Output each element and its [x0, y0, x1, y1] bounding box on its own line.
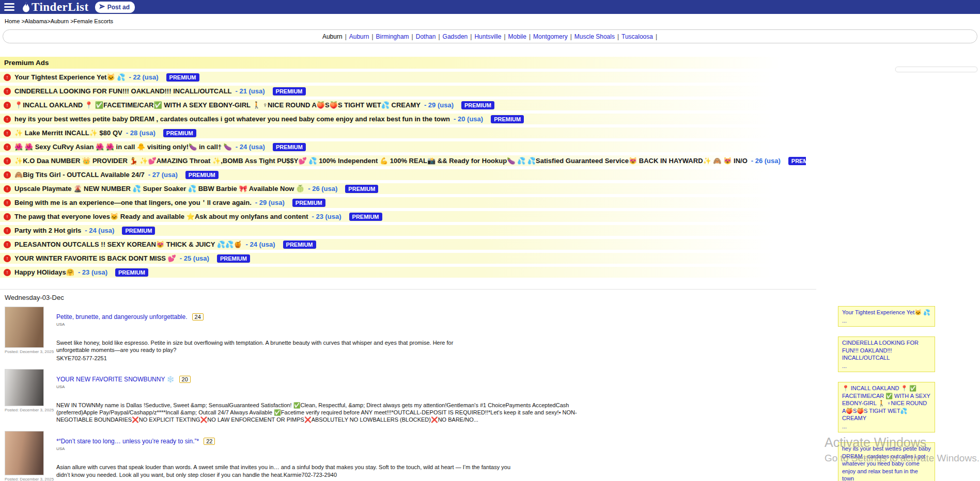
- sidebar-ad-more[interactable]: ...: [842, 362, 931, 370]
- sidebar-ad-title[interactable]: CINDERELLA LOOKING FOR FUN!!! OAKLAND!!!…: [842, 339, 931, 362]
- premium-ad-row[interactable]: ↑ Being with me is an experience—one tha…: [0, 197, 806, 208]
- premium-ad-meta: - 24 (usa): [85, 227, 114, 234]
- premium-ad-title[interactable]: YOUR WINTER FAVORITE IS BACK DONT MISS 💕: [14, 254, 176, 262]
- city-link-gadsden[interactable]: Gadsden: [443, 33, 468, 40]
- listing-item: Posted: December 3, 2025 Petite, brunett…: [5, 307, 980, 361]
- sidebar-ad-title[interactable]: hey its your best wettes petite baby DRE…: [842, 445, 931, 481]
- age-badge: 20: [179, 376, 191, 383]
- premium-ad-row[interactable]: ↑ The pawg that everyone loves🐱 Ready an…: [0, 211, 806, 222]
- premium-ad-row[interactable]: ↑ CINDERELLA LOOKING FOR FUN!!! OAKLAND!…: [0, 86, 806, 97]
- premium-ad-title[interactable]: The pawg that everyone loves🐱 Ready and …: [14, 213, 308, 220]
- premium-ad-row[interactable]: ↑ ✨ Lake Merritt INCALL✨ $80 QV - 28 (us…: [0, 127, 806, 138]
- country-label: USA: [56, 384, 578, 389]
- premium-ads-header: Premium Ads: [0, 57, 806, 69]
- listing-item: Posted: December 3, 2025 YOUR NEW FAVORI…: [5, 369, 980, 424]
- city-link-huntsville[interactable]: Huntsville: [474, 33, 501, 40]
- premium-ad-title[interactable]: ✨ Lake Merritt INCALL✨ $80 QV: [14, 129, 122, 137]
- listing-photo[interactable]: [5, 431, 44, 475]
- premium-ad-title[interactable]: Happy HOlidays🤗: [14, 268, 74, 276]
- listing-title-link[interactable]: YOUR NEW FAVORITE SNOWBUNNY ❄️: [56, 376, 175, 383]
- premium-ad-row[interactable]: ↑ 🙈Big Tits Girl - OUTCALL Available 24/…: [0, 169, 806, 180]
- up-arrow-icon: ↑: [4, 116, 11, 123]
- city-link-tuscaloosa[interactable]: Tuscaloosa: [621, 33, 653, 40]
- premium-ad-title[interactable]: Party with 2 Hot girls: [14, 227, 81, 234]
- separator: |: [345, 33, 347, 40]
- sidebar-ad-box[interactable]: Your Tightest Experience Yet🐱 💦 ...: [838, 306, 935, 327]
- listing-title-link[interactable]: *“Don’t stare too long… unless you’re re…: [56, 438, 199, 445]
- separator: |: [570, 33, 572, 40]
- premium-badge: PREMIUM: [491, 115, 524, 123]
- listings-column: Posted: December 3, 2025 Petite, brunett…: [0, 307, 980, 481]
- posted-date: Posted: December 3, 2025: [5, 349, 48, 354]
- premium-ad-title[interactable]: Upscale Playmate 🌋 NEW NUMBER 💦 Super So…: [14, 185, 304, 193]
- premium-ad-row[interactable]: ↑ Party with 2 Hot girls - 24 (usa) PREM…: [0, 225, 806, 236]
- premium-ad-title[interactable]: PLEASANTON OUTCALLS !! SEXY KOREAN😻 THIC…: [14, 241, 242, 248]
- premium-badge: PREMIUM: [345, 185, 378, 193]
- city-link-auburn[interactable]: Auburn: [349, 33, 369, 40]
- premium-ad-meta: - 27 (usa): [148, 171, 178, 179]
- separator: |: [438, 33, 440, 40]
- premium-ad-row[interactable]: ↑ ✨K.O Daa NUMBER 👑 PROVIDER 💃 ✨💕AMAZING…: [0, 155, 806, 166]
- sidebar-ad-more[interactable]: ...: [842, 317, 931, 325]
- city-link-mobile[interactable]: Mobile: [508, 33, 526, 40]
- sidebar-ad-box[interactable]: hey its your best wettes petite baby DRE…: [838, 442, 935, 481]
- premium-ad-row[interactable]: ↑ 📍INCALL OAKLAND 📍 ✅FACETIME/CAR✅ WITH …: [0, 100, 806, 110]
- premium-ad-row[interactable]: ↑ Your Tightest Experience Yet🐱 💦 - 22 (…: [0, 72, 806, 83]
- sidebar-ad-title[interactable]: Your Tightest Experience Yet🐱 💦: [842, 309, 931, 316]
- breadcrumb[interactable]: Home >Alabama>Auburn >Female Escorts: [0, 14, 980, 24]
- premium-ad-meta: - 26 (usa): [308, 185, 337, 193]
- premium-badge: PREMIUM: [788, 157, 806, 165]
- premium-ad-meta: - 23 (usa): [78, 268, 107, 276]
- premium-ad-title[interactable]: hey its your best wettes petite baby DRE…: [14, 115, 450, 123]
- city-link-dothan[interactable]: Dothan: [416, 33, 436, 40]
- premium-badge: PREMIUM: [461, 101, 494, 109]
- top-right-scroll-bar[interactable]: [895, 67, 977, 72]
- post-ad-button[interactable]: Post ad: [95, 2, 135, 13]
- sidebar-ad-title[interactable]: 📍 INCALL OAKLAND 📍 ✅ FACETIME/CAR ✅ WITH…: [842, 384, 931, 422]
- city-link-birmingham[interactable]: Birmingham: [376, 33, 409, 40]
- premium-ad-title[interactable]: 🌺 🌺 Sexy CuRvy Asian 🌺 🌺 in call 🐥 visit…: [14, 143, 232, 151]
- listing-phone: SKYE702-577-2251: [56, 355, 470, 361]
- premium-ad-row[interactable]: ↑ YOUR WINTER FAVORITE IS BACK DONT MISS…: [0, 253, 806, 264]
- premium-badge: PREMIUM: [273, 143, 306, 151]
- premium-ad-meta: - 24 (usa): [245, 241, 275, 248]
- city-link-montgomery[interactable]: Montgomery: [533, 33, 568, 40]
- premium-badge: PREMIUM: [217, 254, 250, 263]
- city-link-muscle-shoals[interactable]: Muscle Shoals: [574, 33, 615, 40]
- premium-ad-row[interactable]: ↑ hey its your best wettes petite baby D…: [0, 114, 806, 124]
- listing-photo[interactable]: [5, 307, 44, 348]
- sidebar-ad-box[interactable]: CINDERELLA LOOKING FOR FUN!!! OAKLAND!!!…: [838, 336, 935, 372]
- listing-description: Asian allure with curves that speak loud…: [56, 463, 524, 478]
- premium-ad-row[interactable]: ↑ PLEASANTON OUTCALLS !! SEXY KOREAN😻 TH…: [0, 239, 806, 250]
- premium-sidebar: Your Tightest Experience Yet🐱 💦 ... CIND…: [838, 306, 935, 481]
- up-arrow-icon: ↑: [4, 88, 11, 95]
- premium-ad-row[interactable]: ↑ Upscale Playmate 🌋 NEW NUMBER 💦 Super …: [0, 183, 806, 194]
- hamburger-menu-icon[interactable]: [3, 2, 15, 12]
- premium-ad-title[interactable]: 📍INCALL OAKLAND 📍 ✅FACETIME/CAR✅ WITH A …: [14, 101, 421, 109]
- premium-badge: PREMIUM: [349, 213, 382, 221]
- listing-photo[interactable]: [5, 369, 44, 406]
- date-header: Wednesday-03-Dec: [0, 290, 816, 307]
- city-links-bar: Auburn | Auburn | Birmingham | Dothan | …: [3, 29, 977, 43]
- sidebar-ad-box[interactable]: 📍 INCALL OAKLAND 📍 ✅ FACETIME/CAR ✅ WITH…: [838, 382, 935, 432]
- city-current: Auburn: [322, 33, 343, 40]
- site-logo[interactable]: TinderList: [22, 1, 89, 13]
- country-label: USA: [56, 446, 524, 451]
- sidebar-ad-more[interactable]: ...: [842, 423, 931, 430]
- premium-ad-title[interactable]: ✨K.O Daa NUMBER 👑 PROVIDER 💃 ✨💕AMAZING T…: [14, 157, 748, 165]
- premium-ad-title[interactable]: Your Tightest Experience Yet🐱 💦: [14, 73, 126, 81]
- listing-title-link[interactable]: Petite, brunette, and dangerously unforg…: [56, 313, 188, 320]
- separator: |: [412, 33, 413, 40]
- premium-ad-row[interactable]: ↑ Happy HOlidays🤗 - 23 (usa) PREMIUM: [0, 267, 806, 278]
- premium-badge: PREMIUM: [115, 268, 148, 277]
- premium-badge: PREMIUM: [283, 241, 316, 249]
- separator: |: [470, 33, 472, 40]
- premium-ad-title[interactable]: 🙈Big Tits Girl - OUTCALL Available 24/7: [14, 171, 145, 179]
- top-navigation-bar: TinderList Post ad: [0, 0, 980, 14]
- separator: |: [617, 33, 619, 40]
- premium-ad-row[interactable]: ↑ 🌺 🌺 Sexy CuRvy Asian 🌺 🌺 in call 🐥 vis…: [0, 141, 806, 152]
- premium-ad-title[interactable]: CINDERELLA LOOKING FOR FUN!!! OAKLAND!!!…: [14, 87, 232, 95]
- premium-ad-title[interactable]: Being with me is an experience—one that …: [14, 198, 252, 207]
- separator: |: [504, 33, 505, 40]
- age-badge: 22: [204, 438, 215, 445]
